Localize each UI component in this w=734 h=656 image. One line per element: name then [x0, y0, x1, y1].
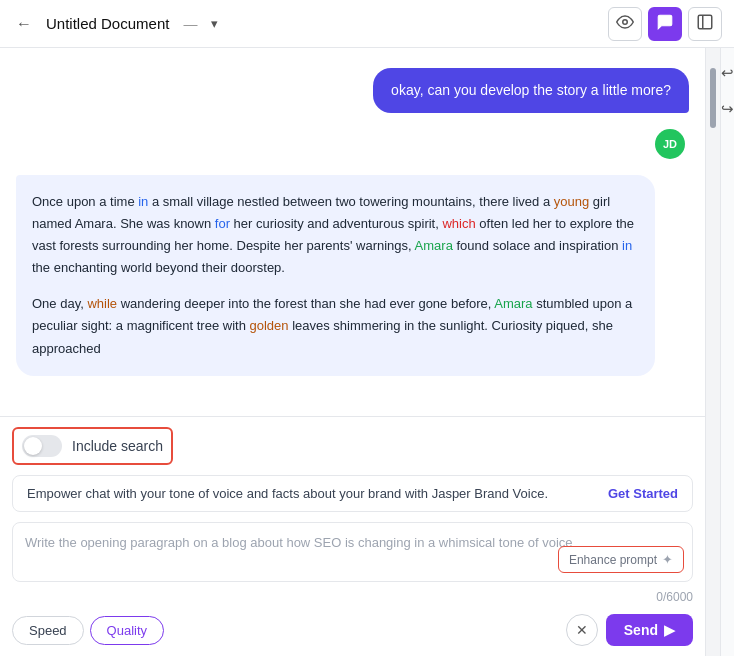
eye-icon — [616, 13, 634, 35]
chat-panel-button[interactable] — [648, 7, 682, 41]
scroll-rail[interactable] — [706, 48, 720, 656]
send-button[interactable]: Send ▶ — [606, 614, 693, 646]
avatar-row: JD — [16, 129, 689, 159]
avatar: JD — [655, 129, 685, 159]
enhance-prompt-label: Enhance prompt — [569, 553, 657, 567]
chat-panel: okay, can you develop the story a little… — [0, 48, 706, 656]
char-count: 0/6000 — [12, 590, 693, 604]
clear-icon: ✕ — [576, 622, 588, 638]
dropdown-arrow-icon: ▾ — [211, 16, 218, 31]
brand-voice-text: Empower chat with your tone of voice and… — [27, 486, 548, 501]
user-message-bubble: okay, can you develop the story a little… — [373, 68, 689, 113]
ai-paragraph-1: Once upon a time in a small village nest… — [32, 191, 639, 279]
title-divider: — — [183, 16, 197, 32]
panel-icon — [696, 13, 714, 35]
title-dropdown[interactable]: ▾ — [211, 16, 218, 31]
include-search-toggle[interactable] — [22, 435, 62, 457]
ai-message-bubble: Once upon a time in a small village nest… — [16, 175, 655, 376]
speed-button[interactable]: Speed — [12, 616, 84, 645]
include-search-row: Include search — [12, 427, 173, 465]
panel-toggle-button[interactable] — [688, 7, 722, 41]
bottom-toolbar: Speed Quality ✕ Send ▶ — [12, 614, 693, 646]
right-panel: ↩ ↪ — [720, 48, 734, 656]
prompt-placeholder: Write the opening paragraph on a blog ab… — [25, 535, 573, 550]
enhance-prompt-button[interactable]: Enhance prompt ✦ — [558, 546, 684, 573]
header: ← Untitled Document — ▾ — [0, 0, 734, 48]
send-icon: ▶ — [664, 622, 675, 638]
toggle-knob — [24, 437, 42, 455]
user-message-wrapper: okay, can you develop the story a little… — [16, 68, 689, 113]
chat-icon — [656, 13, 674, 35]
main-content: okay, can you develop the story a little… — [0, 48, 734, 656]
speed-quality-buttons: Speed Quality — [12, 616, 164, 645]
send-label: Send — [624, 622, 658, 638]
header-actions — [608, 7, 722, 41]
brand-voice-banner: Empower chat with your tone of voice and… — [12, 475, 693, 512]
clear-button[interactable]: ✕ — [566, 614, 598, 646]
enhance-icon: ✦ — [662, 552, 673, 567]
scroll-thumb[interactable] — [710, 68, 716, 128]
document-title: Untitled Document — [46, 15, 169, 32]
toolbar-right: ✕ Send ▶ — [566, 614, 693, 646]
get-started-link[interactable]: Get Started — [608, 486, 678, 501]
preview-button[interactable] — [608, 7, 642, 41]
svg-point-0 — [623, 19, 628, 24]
prompt-area[interactable]: Write the opening paragraph on a blog ab… — [12, 522, 693, 582]
messages-container[interactable]: okay, can you develop the story a little… — [0, 48, 705, 416]
svg-rect-1 — [698, 15, 712, 29]
ai-paragraph-2: One day, while wandering deeper into the… — [32, 293, 639, 359]
quality-button[interactable]: Quality — [90, 616, 164, 645]
back-button[interactable]: ← — [12, 11, 36, 37]
include-search-label: Include search — [72, 438, 163, 454]
bottom-area: Include search Empower chat with your to… — [0, 416, 705, 656]
